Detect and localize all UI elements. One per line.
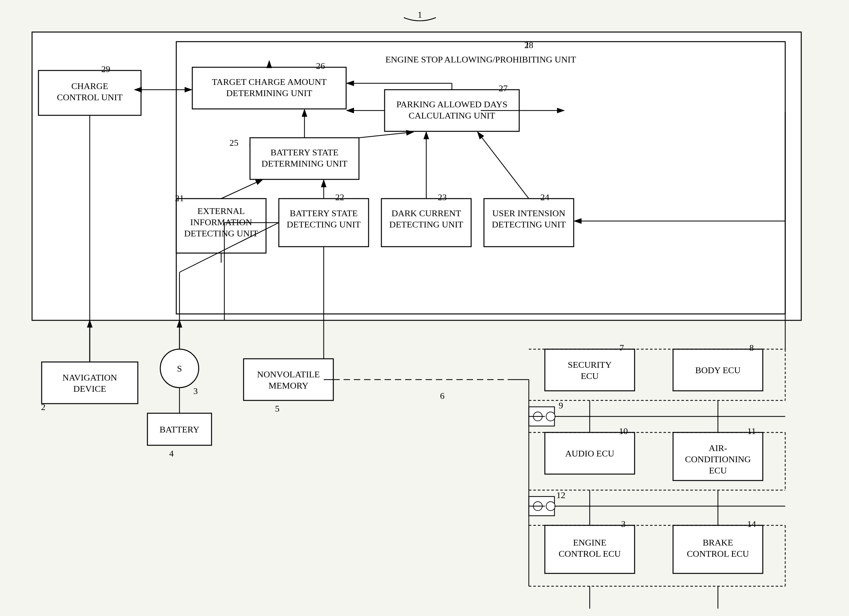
ref-23: 23 [438,192,447,202]
dark-current-label1: DARK CURRENT [391,208,461,218]
battery-state-detect-label1: BATTERY STATE [290,208,357,218]
engine-control-label1: ENGINE [573,537,606,548]
battery-state-detect-label2: DETECTING UNIT [287,219,361,229]
ref-28: 28 [524,40,533,50]
navigation-box [42,362,138,404]
ref-29: 29 [101,64,110,74]
ref-14: 14 [747,519,756,529]
dark-current-label2: DETECTING UNIT [389,219,463,229]
ref-5: 5 [275,404,280,414]
parking-label1: PARKING ALLOWED DAYS [396,99,507,109]
air-conditioning-label1: AIR- [709,443,727,453]
battery-label: BATTERY [159,424,200,434]
external-info-label2: INFORMATION [191,217,252,227]
connector-9-circle2 [546,412,555,421]
nonvolatile-box [244,359,333,400]
ref-9: 9 [559,400,563,410]
navigation-label1: NAVIGATION [63,372,117,382]
ref-26: 26 [316,61,325,71]
battery-state-det-label1: BATTERY STATE [271,147,338,157]
ref-2: 2 [41,402,46,412]
ref-3-symbol: 3 [193,386,198,396]
ref-21: 21 [175,193,184,203]
ref-8: 8 [749,343,754,353]
engine-stop-label: ENGINE STOP ALLOWING/PROHIBITING UNIT [386,55,576,64]
security-ecu-label1: SECURITY [568,360,612,370]
connector-12-circle2 [546,501,555,510]
charge-control-label2: CONTROL UNIT [57,92,122,102]
ref-12: 12 [556,490,565,500]
air-conditioning-label2: CONDITIONING [685,454,751,464]
external-info-label1: EXTERNAL [197,206,245,216]
engine-control-label2: CONTROL ECU [559,549,621,559]
user-intension-label2: DETECTING UNIT [492,219,566,229]
security-ecu-box [545,349,635,391]
ref-22: 22 [335,192,344,202]
target-charge-label2: DETERMINING UNIT [226,88,312,98]
ref-10: 10 [619,426,628,436]
brake-control-label1: BRAKE [703,537,733,548]
ref-4: 4 [169,448,174,458]
ref-11: 11 [748,426,756,436]
charge-control-label1: CHARGE [71,81,108,91]
parking-label2: CALCULATING UNIT [409,110,495,121]
body-ecu-label: BODY ECU [695,365,740,375]
battery-state-det-label2: DETERMINING UNIT [262,159,347,168]
ref-25: 25 [229,138,238,148]
ref-1: 1 [418,10,422,19]
brake-control-label2: CONTROL ECU [687,549,749,559]
navigation-label2: DEVICE [73,384,106,394]
battery-s-label: S [177,364,182,373]
ref-7: 7 [620,343,624,353]
nonvolatile-label1: NONVOLATILE [257,369,320,379]
external-info-label3: DETECTING UNIT [184,228,258,238]
target-charge-label1: TARGET CHARGE AMOUNT [212,77,326,87]
air-conditioning-label3: ECU [709,466,727,475]
ref-27: 27 [499,83,508,93]
ref-13: 3 [621,519,626,529]
nonvolatile-label2: MEMORY [268,381,308,390]
audio-ecu-label: AUDIO ECU [565,448,614,458]
security-ecu-label2: ECU [581,371,599,381]
ref-24: 24 [541,192,549,202]
ref-6: 6 [440,391,445,401]
user-intension-label1: USER INTENSION [492,208,565,218]
diagram-container: 1 ENGINE STOP ALLOWING/PROHIBITING UNIT … [0,0,849,616]
